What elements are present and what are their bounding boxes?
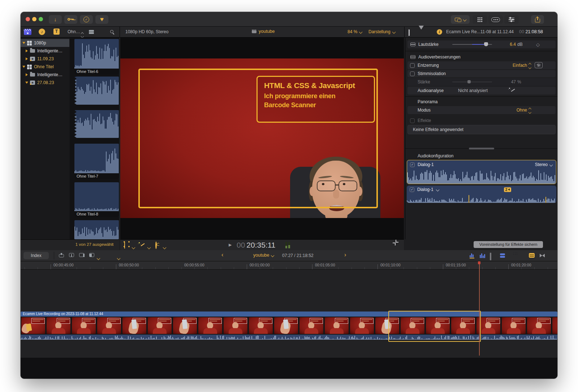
browser-clip-ohne-titel-7[interactable]: Ohne Titel-7 [74, 144, 119, 179]
color-tool-menu[interactable] [163, 244, 166, 250]
browser-clip-ohne-titel-8[interactable]: Ohne Titel-8 [74, 182, 119, 217]
timeline-tracks[interactable]: Ecamm Live Recording on 2023-11-08 at 11… [21, 270, 557, 358]
show-waveforms-toggle[interactable] [480, 253, 485, 258]
import-media-button[interactable]: ↓ [49, 15, 62, 24]
range-selection[interactable] [388, 311, 481, 342]
transform-tool-menu[interactable] [132, 244, 135, 250]
tool-options-menu[interactable] [117, 254, 120, 261]
disclosure-triangle[interactable] [26, 73, 28, 76]
transform-tool[interactable] [124, 242, 125, 249]
keyword-editor-button[interactable] [64, 15, 77, 24]
sidebar-item-intelligente-[interactable]: Intelligente… [21, 71, 69, 79]
media-import-sidebar-icon[interactable]: ★ [24, 29, 31, 35]
clip-waveform [74, 220, 119, 239]
collection-select-stepper[interactable] [81, 30, 83, 38]
solo-toggle[interactable] [490, 253, 491, 260]
share-button[interactable] [531, 15, 544, 24]
ruler-tick [51, 264, 51, 269]
skimming-toggle[interactable] [540, 254, 545, 257]
clip-label: Ohne Titel-8 [74, 211, 119, 217]
pan-mode-stepper[interactable] [529, 108, 531, 113]
effects-empty-box: Keine Effekte angewendet [407, 125, 556, 134]
video-preview[interactable]: HTML & CSS & Javascript Ich programmiere… [120, 58, 404, 218]
disclosure-triangle[interactable] [22, 42, 25, 44]
sidebar-item-11-09-23[interactable]: ★11.09.23 [21, 55, 69, 63]
disclosure-triangle[interactable] [22, 66, 25, 68]
disclosure-triangle[interactable] [26, 49, 28, 52]
audio-channel-2[interactable]: ✓ Dialog-1 2 [407, 186, 556, 203]
overwrite-edit-button[interactable] [89, 253, 95, 258]
clapper-icon: ★ [24, 29, 31, 35]
volume-slider-thumb[interactable] [484, 42, 488, 46]
filmstrip-thumb [198, 317, 222, 334]
inspector-toggle[interactable] [504, 15, 519, 24]
viewer-view-menu[interactable]: Darstellung [368, 29, 395, 34]
disclosure-triangle[interactable] [26, 57, 28, 60]
titles-generators-button[interactable]: T [53, 29, 60, 35]
audio-meter-right[interactable] [288, 242, 290, 248]
insert-edit-button[interactable] [69, 253, 75, 258]
channel-2-checkbox[interactable]: ✓ [410, 187, 414, 192]
disclosure-triangle[interactable] [25, 82, 28, 84]
sidebar-item-intelligente-[interactable]: Intelligente… [21, 47, 69, 55]
favorite-button[interactable]: ♥ [95, 15, 108, 24]
zoom-window-button[interactable] [39, 17, 43, 21]
play-button[interactable]: ▶ [229, 243, 232, 247]
viewer-project-menu[interactable]: youtube [252, 29, 275, 34]
timeline-ruler[interactable]: 00:00:45:0000:00:50:0000:00:55:0000:01:0… [21, 261, 557, 270]
ruler-tick [482, 267, 483, 269]
strength-slider-thumb[interactable] [467, 80, 471, 83]
background-tasks-button[interactable]: ✓ [80, 15, 93, 24]
timeline-index-button[interactable]: Index [23, 252, 49, 259]
enhance-tool-menu[interactable] [148, 244, 150, 250]
inspector-split-handle[interactable] [469, 148, 494, 149]
audio-meter-left[interactable] [285, 242, 287, 248]
playhead-handle[interactable] [478, 261, 480, 264]
audio-skimming-toggle[interactable] [470, 253, 474, 258]
channel-1-checkbox[interactable]: ✓ [410, 162, 415, 167]
browser-clip[interactable] [74, 220, 119, 239]
collection-select[interactable]: Ohn… [68, 29, 80, 34]
close-window-button[interactable] [26, 17, 30, 21]
voice-isolation-checkbox[interactable] [410, 71, 415, 76]
effects-checkbox[interactable] [410, 118, 415, 123]
external-display-button[interactable] [451, 15, 470, 24]
connect-edit-button[interactable] [59, 253, 65, 258]
channel-1-format-popup[interactable]: Stereo [535, 162, 552, 167]
pan-mode-popup[interactable]: Ohne [493, 108, 527, 113]
browser-clip-ohne-titel-6[interactable]: Ohne Titel-6 [74, 39, 119, 74]
browser-panel-toggle[interactable] [473, 15, 487, 24]
sidebar-item-27-08-23[interactable]: ★27.08.23 [21, 79, 69, 87]
clip-appearance-button[interactable] [89, 30, 94, 34]
timeline-project-menu[interactable]: youtube [253, 253, 274, 258]
channel-2-disclosure[interactable] [436, 188, 439, 191]
audio-ducking-toggle[interactable] [500, 253, 505, 258]
browser-clip[interactable] [74, 77, 119, 105]
browser-clip[interactable] [74, 110, 119, 138]
keyframe-diamond-icon[interactable]: ◇ [536, 42, 540, 47]
minimize-window-button[interactable] [32, 17, 36, 21]
sound-effects-button[interactable]: ♪ [39, 29, 45, 35]
viewer-zoom-menu[interactable]: 84 % [348, 29, 362, 34]
color-inspector-tab[interactable] [419, 30, 424, 36]
next-project-button[interactable]: › [344, 252, 346, 258]
audio-channel-1[interactable]: ✓ Dialog-1 Stereo [407, 160, 556, 184]
previous-project-button[interactable]: ‹ [221, 252, 223, 258]
save-effects-preset-button[interactable]: Voreinstellung für Effekte sichern [474, 241, 543, 248]
playhead[interactable] [479, 261, 480, 356]
info-inspector-tab[interactable]: i [437, 29, 442, 35]
append-edit-button[interactable] [79, 253, 85, 258]
equalizer-button[interactable] [535, 62, 543, 68]
equalization-checkbox[interactable] [410, 63, 415, 68]
color-tool[interactable] [155, 242, 157, 249]
sidebar-item-1080p[interactable]: 1080p [21, 39, 69, 47]
timeline-panel-toggle[interactable] [488, 15, 503, 24]
video-inspector-tab[interactable] [409, 30, 409, 36]
equalization-popup[interactable]: Einfach [493, 63, 527, 68]
volume-value[interactable]: 6.4 [504, 42, 516, 47]
clip-appearance-menu[interactable] [529, 253, 535, 258]
equalization-stepper[interactable] [529, 64, 531, 68]
edit-options-menu[interactable] [97, 254, 100, 261]
sidebar-item-ohne-titel[interactable]: Ohne Titel [21, 63, 69, 71]
strength-slider-track[interactable] [452, 82, 492, 82]
